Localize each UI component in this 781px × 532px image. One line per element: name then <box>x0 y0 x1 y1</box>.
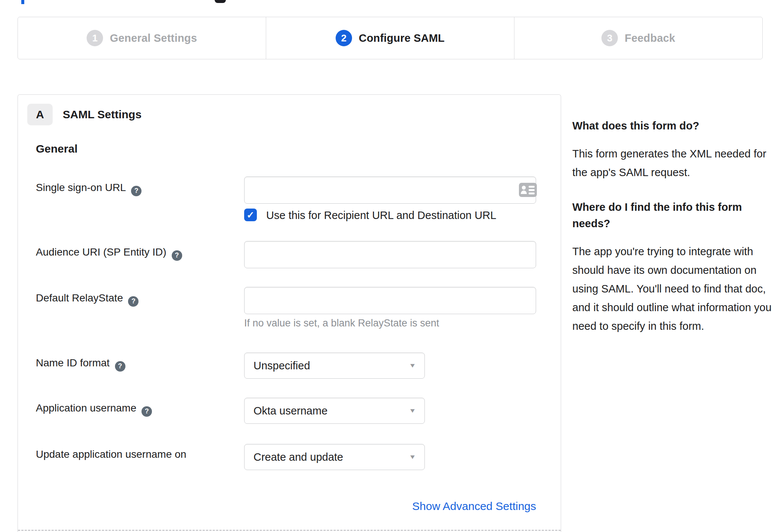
step-number-badge: 1 <box>87 30 103 46</box>
step-general-settings[interactable]: 1 General Settings <box>18 17 266 59</box>
section-a-badge: A <box>27 104 53 125</box>
contact-card-icon[interactable] <box>519 183 537 197</box>
application-username-label: Application username? <box>36 402 152 417</box>
step-label: General Settings <box>110 32 197 44</box>
chevron-down-icon: ▼ <box>409 362 416 369</box>
help-icon[interactable]: ? <box>172 250 182 261</box>
saml-settings-panel: A SAML Settings General Single sign-on U… <box>18 94 561 532</box>
application-username-select[interactable]: Okta username ▼ <box>244 398 425 424</box>
show-advanced-settings-link[interactable]: Show Advanced Settings <box>244 500 536 513</box>
chevron-down-icon: ▼ <box>409 407 416 414</box>
audience-uri-input[interactable] <box>244 241 536 268</box>
relay-state-hint: If no value is set, a blank RelayState i… <box>244 317 439 329</box>
help-heading: What does this form do? <box>572 118 776 134</box>
name-id-format-select[interactable]: Unspecified ▼ <box>244 353 425 379</box>
selected-value: Okta username <box>253 405 327 417</box>
recipient-url-checkbox-label: Use this for Recipient URL and Destinati… <box>266 209 496 222</box>
section-dashed-divider <box>18 530 561 531</box>
step-number-badge: 3 <box>601 30 618 46</box>
help-icon[interactable]: ? <box>128 296 139 307</box>
configure-saml-page: 1 General Settings 2 Configure SAML 3 Fe… <box>0 0 781 532</box>
name-id-format-label: Name ID format? <box>36 357 125 372</box>
help-paragraph: This form generates the XML needed for t… <box>572 144 776 182</box>
help-heading: Where do I find the info this form needs… <box>572 199 776 232</box>
chevron-down-icon: ▼ <box>409 454 416 460</box>
clipped-title-fragment <box>21 0 24 4</box>
help-sidebar: What does this form do? This form genera… <box>572 118 776 353</box>
help-paragraph: The app you're trying to integrate with … <box>572 242 776 335</box>
help-icon[interactable]: ? <box>131 186 141 196</box>
step-label: Configure SAML <box>359 32 445 44</box>
step-configure-saml[interactable]: 2 Configure SAML <box>266 17 514 59</box>
wizard-stepper: 1 General Settings 2 Configure SAML 3 Fe… <box>18 17 763 59</box>
clipped-icon-fragment <box>215 0 226 3</box>
general-section-title: General <box>36 143 78 155</box>
selected-value: Unspecified <box>253 360 310 372</box>
sso-url-input[interactable] <box>244 176 536 204</box>
audience-uri-label: Audience URI (SP Entity ID)? <box>36 246 182 261</box>
step-label: Feedback <box>625 32 675 44</box>
help-icon[interactable]: ? <box>141 406 152 417</box>
update-username-select[interactable]: Create and update ▼ <box>244 444 425 470</box>
panel-title: SAML Settings <box>63 104 141 125</box>
update-username-label: Update application username on <box>36 448 186 460</box>
selected-value: Create and update <box>253 451 343 463</box>
sso-url-label: Single sign-on URL? <box>36 182 141 196</box>
checkmark-icon: ✓ <box>247 210 255 220</box>
recipient-url-checkbox[interactable]: ✓ <box>244 209 257 221</box>
step-number-badge: 2 <box>336 30 352 46</box>
help-icon[interactable]: ? <box>115 361 125 372</box>
relay-state-input[interactable] <box>244 287 536 314</box>
relay-state-label: Default RelayState? <box>36 292 139 307</box>
step-feedback[interactable]: 3 Feedback <box>514 17 762 59</box>
